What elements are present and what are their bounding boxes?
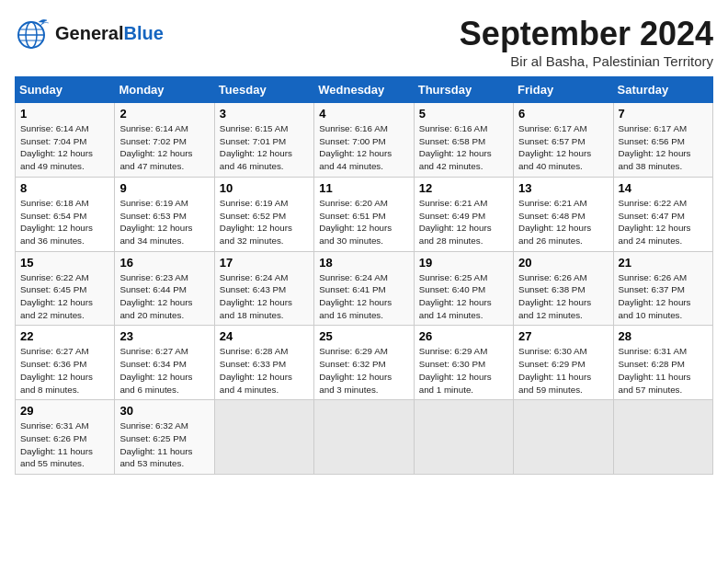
cell-info: Sunrise: 6:24 AMSunset: 6:41 PMDaylight:… [319, 271, 408, 322]
day-number: 15 [20, 256, 109, 270]
calendar-week-1: 1Sunrise: 6:14 AMSunset: 7:04 PMDaylight… [16, 103, 713, 178]
day-number: 24 [220, 329, 309, 343]
cell-info: Sunrise: 6:21 AMSunset: 6:49 PMDaylight:… [419, 197, 508, 247]
cell-info: Sunrise: 6:16 AMSunset: 6:58 PMDaylight:… [419, 122, 508, 173]
calendar-day-12: 12Sunrise: 6:21 AMSunset: 6:49 PMDayligh… [414, 177, 513, 251]
day-number: 12 [419, 181, 508, 195]
calendar-day-empty [414, 400, 513, 475]
cell-info: Sunrise: 6:31 AMSunset: 6:28 PMDaylight:… [619, 345, 708, 396]
location: Bir al Basha, Palestinian Territory [460, 53, 713, 69]
calendar-day-14: 14Sunrise: 6:22 AMSunset: 6:47 PMDayligh… [613, 177, 712, 251]
day-number: 5 [419, 107, 508, 121]
day-number: 26 [419, 329, 508, 343]
day-number: 7 [619, 107, 708, 121]
day-number: 4 [319, 107, 408, 121]
cell-info: Sunrise: 6:26 AMSunset: 6:38 PMDaylight:… [518, 271, 608, 322]
day-number: 17 [220, 256, 309, 270]
cell-info: Sunrise: 6:14 AMSunset: 7:04 PMDaylight:… [20, 122, 109, 173]
calendar-day-15: 15Sunrise: 6:22 AMSunset: 6:45 PMDayligh… [16, 251, 115, 326]
cell-info: Sunrise: 6:29 AMSunset: 6:32 PMDaylight:… [319, 345, 408, 396]
calendar-day-16: 16Sunrise: 6:23 AMSunset: 6:44 PMDayligh… [115, 251, 214, 326]
cell-info: Sunrise: 6:30 AMSunset: 6:29 PMDaylight:… [518, 345, 608, 396]
cell-info: Sunrise: 6:15 AMSunset: 7:01 PMDaylight:… [220, 122, 309, 173]
cell-info: Sunrise: 6:22 AMSunset: 6:47 PMDaylight:… [619, 197, 708, 247]
cell-info: Sunrise: 6:19 AMSunset: 6:52 PMDaylight:… [220, 197, 309, 247]
calendar-day-empty [613, 400, 712, 475]
cell-info: Sunrise: 6:24 AMSunset: 6:43 PMDaylight:… [220, 271, 309, 322]
calendar-day-28: 28Sunrise: 6:31 AMSunset: 6:28 PMDayligh… [613, 326, 712, 400]
day-number: 3 [220, 107, 309, 121]
month-title: September 2024 [460, 15, 713, 53]
calendar-header-row: SundayMondayTuesdayWednesdayThursdayFrid… [16, 77, 713, 103]
title-section: September 2024 Bir al Basha, Palestinian… [460, 15, 713, 69]
logo-text: GeneralBlue [55, 23, 164, 43]
cell-info: Sunrise: 6:19 AMSunset: 6:53 PMDaylight:… [119, 197, 209, 247]
calendar-day-11: 11Sunrise: 6:20 AMSunset: 6:51 PMDayligh… [314, 177, 414, 251]
calendar-day-empty [214, 400, 313, 475]
cell-info: Sunrise: 6:32 AMSunset: 6:25 PMDaylight:… [119, 419, 209, 470]
day-number: 25 [319, 329, 408, 343]
calendar-day-9: 9Sunrise: 6:19 AMSunset: 6:53 PMDaylight… [115, 177, 214, 251]
page-header: GeneralBlue September 2024 Bir al Basha,… [15, 15, 713, 69]
day-number: 2 [119, 107, 209, 121]
cell-info: Sunrise: 6:22 AMSunset: 6:45 PMDaylight:… [20, 271, 109, 322]
day-number: 10 [220, 181, 309, 195]
day-number: 23 [119, 329, 209, 343]
day-number: 19 [419, 256, 508, 270]
calendar-week-2: 8Sunrise: 6:18 AMSunset: 6:54 PMDaylight… [16, 177, 713, 251]
calendar-day-3: 3Sunrise: 6:15 AMSunset: 7:01 PMDaylight… [214, 103, 313, 178]
calendar-table: SundayMondayTuesdayWednesdayThursdayFrid… [15, 76, 713, 475]
calendar-day-22: 22Sunrise: 6:27 AMSunset: 6:36 PMDayligh… [16, 326, 115, 400]
cell-info: Sunrise: 6:18 AMSunset: 6:54 PMDaylight:… [20, 197, 109, 247]
day-number: 6 [518, 107, 608, 121]
calendar-week-3: 15Sunrise: 6:22 AMSunset: 6:45 PMDayligh… [16, 251, 713, 326]
day-number: 14 [619, 181, 708, 195]
calendar-day-23: 23Sunrise: 6:27 AMSunset: 6:34 PMDayligh… [115, 326, 214, 400]
cell-info: Sunrise: 6:26 AMSunset: 6:37 PMDaylight:… [619, 271, 708, 322]
calendar-day-26: 26Sunrise: 6:29 AMSunset: 6:30 PMDayligh… [414, 326, 513, 400]
cell-info: Sunrise: 6:23 AMSunset: 6:44 PMDaylight:… [119, 271, 209, 322]
day-number: 30 [119, 404, 209, 418]
calendar-day-27: 27Sunrise: 6:30 AMSunset: 6:29 PMDayligh… [514, 326, 613, 400]
cell-info: Sunrise: 6:17 AMSunset: 6:56 PMDaylight:… [619, 122, 708, 173]
column-header-tuesday: Tuesday [214, 77, 313, 103]
calendar-day-17: 17Sunrise: 6:24 AMSunset: 6:43 PMDayligh… [214, 251, 313, 326]
column-header-wednesday: Wednesday [314, 77, 414, 103]
cell-info: Sunrise: 6:21 AMSunset: 6:48 PMDaylight:… [518, 197, 608, 247]
calendar-day-30: 30Sunrise: 6:32 AMSunset: 6:25 PMDayligh… [115, 400, 214, 475]
column-header-sunday: Sunday [16, 77, 115, 103]
day-number: 9 [119, 181, 209, 195]
calendar-week-4: 22Sunrise: 6:27 AMSunset: 6:36 PMDayligh… [16, 326, 713, 400]
calendar-week-5: 29Sunrise: 6:31 AMSunset: 6:26 PMDayligh… [16, 400, 713, 475]
calendar-day-19: 19Sunrise: 6:25 AMSunset: 6:40 PMDayligh… [414, 251, 513, 326]
day-number: 13 [518, 181, 608, 195]
calendar-day-10: 10Sunrise: 6:19 AMSunset: 6:52 PMDayligh… [214, 177, 313, 251]
logo: GeneralBlue [15, 15, 164, 52]
cell-info: Sunrise: 6:20 AMSunset: 6:51 PMDaylight:… [319, 197, 408, 247]
day-number: 22 [20, 329, 109, 343]
calendar-day-empty [514, 400, 613, 475]
calendar-day-24: 24Sunrise: 6:28 AMSunset: 6:33 PMDayligh… [214, 326, 313, 400]
calendar-day-21: 21Sunrise: 6:26 AMSunset: 6:37 PMDayligh… [613, 251, 712, 326]
day-number: 16 [119, 256, 209, 270]
day-number: 21 [619, 256, 708, 270]
day-number: 8 [20, 181, 109, 195]
calendar-day-2: 2Sunrise: 6:14 AMSunset: 7:02 PMDaylight… [115, 103, 214, 178]
day-number: 20 [518, 256, 608, 270]
cell-info: Sunrise: 6:27 AMSunset: 6:34 PMDaylight:… [119, 345, 209, 396]
cell-info: Sunrise: 6:27 AMSunset: 6:36 PMDaylight:… [20, 345, 109, 396]
logo-icon [15, 15, 51, 52]
calendar-day-29: 29Sunrise: 6:31 AMSunset: 6:26 PMDayligh… [16, 400, 115, 475]
column-header-saturday: Saturday [613, 77, 712, 103]
calendar-day-20: 20Sunrise: 6:26 AMSunset: 6:38 PMDayligh… [514, 251, 613, 326]
cell-info: Sunrise: 6:31 AMSunset: 6:26 PMDaylight:… [20, 419, 109, 470]
cell-info: Sunrise: 6:14 AMSunset: 7:02 PMDaylight:… [119, 122, 209, 173]
column-header-friday: Friday [514, 77, 613, 103]
calendar-day-8: 8Sunrise: 6:18 AMSunset: 6:54 PMDaylight… [16, 177, 115, 251]
calendar-day-18: 18Sunrise: 6:24 AMSunset: 6:41 PMDayligh… [314, 251, 414, 326]
day-number: 1 [20, 107, 109, 121]
cell-info: Sunrise: 6:17 AMSunset: 6:57 PMDaylight:… [518, 122, 608, 173]
calendar-day-1: 1Sunrise: 6:14 AMSunset: 7:04 PMDaylight… [16, 103, 115, 178]
column-header-thursday: Thursday [414, 77, 513, 103]
calendar-day-empty [314, 400, 414, 475]
